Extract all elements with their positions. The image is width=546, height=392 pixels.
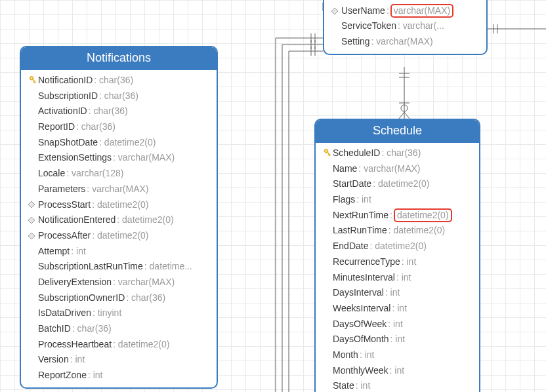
column-name: ProcessAfter	[38, 229, 91, 243]
column-type: : int	[390, 364, 405, 378]
column-name: StartDate	[333, 177, 371, 191]
column-row[interactable]: SubscriptionLastRunTime: datetime...	[21, 259, 217, 275]
column-row[interactable]: StartDate: datetime2(0)	[316, 176, 479, 192]
column-name: IsDataDriven	[38, 306, 91, 321]
svg-line-6	[404, 112, 410, 119]
column-row[interactable]: ExtensionSettings: varchar(MAX)	[21, 150, 217, 166]
entity-header: Schedule	[316, 120, 479, 143]
column-name: Attempt	[38, 245, 70, 259]
column-row[interactable]: LastRunTime: datetime2(0)	[316, 223, 479, 239]
entity-columns: NotificationID: char(36)SubscriptionID: …	[21, 70, 217, 387]
column-row[interactable]: UserName:varchar(MAX)	[324, 3, 486, 19]
column-type: : varchar(128)	[66, 167, 123, 181]
svg-point-4	[401, 105, 408, 111]
column-type: : char(36)	[126, 291, 165, 305]
column-name: DaysOfWeek	[333, 317, 387, 332]
column-name: WeeksInterval	[333, 302, 390, 316]
column-type: : int	[388, 317, 403, 332]
column-row[interactable]: SnapShotDate: datetime2(0)	[21, 135, 217, 151]
column-row[interactable]: Parameters: varchar(MAX)	[21, 182, 217, 197]
column-row[interactable]: DeliveryExtension: varchar(MAX)	[21, 275, 217, 290]
column-type: : char(36)	[99, 89, 138, 104]
column-name: BatchID	[38, 322, 71, 336]
key-icon	[26, 75, 37, 86]
column-row[interactable]: EndDate: datetime2(0)	[316, 239, 479, 254]
column-row[interactable]: NotificationEntered: datetime2(0)	[21, 212, 217, 228]
column-type: : datetime2(0)	[388, 224, 445, 238]
column-name: SubscriptionLastRunTime	[38, 260, 143, 274]
column-row[interactable]: Version: int	[21, 352, 217, 368]
column-name: ReportZone	[38, 368, 87, 383]
diamond-icon	[329, 0, 340, 1]
column-row[interactable]: ProcessAfter: datetime2(0)	[21, 228, 217, 244]
column-name: Name	[333, 162, 357, 176]
column-name: MinutesInterval	[333, 271, 395, 285]
column-row[interactable]: NotificationID: char(36)	[21, 73, 217, 88]
column-name: SubscriptionOwnerID	[38, 291, 125, 305]
column-name: ScheduleID	[333, 146, 380, 161]
column-type: : int	[392, 302, 407, 316]
column-type: : datetime2(0)	[113, 338, 169, 352]
entity-top-partial[interactable]: AuthType: intUserName:varchar(MAX)Servic…	[323, 0, 488, 55]
column-type: : datetime2(0)	[92, 229, 148, 243]
column-row[interactable]: SubscriptionOwnerID: char(36)	[21, 290, 217, 306]
column-type: : datetime2(0)	[99, 136, 156, 150]
column-type: : int	[356, 379, 371, 392]
diamond-icon	[26, 231, 37, 241]
svg-marker-31	[28, 217, 35, 224]
diamond-icon	[329, 6, 340, 16]
column-row[interactable]: ReportID: char(36)	[21, 119, 217, 135]
column-row[interactable]: ActivationID: char(36)	[21, 104, 217, 119]
svg-marker-24	[331, 8, 338, 14]
column-row[interactable]: SubscriptionID: char(36)	[21, 88, 217, 104]
column-type: : int	[70, 353, 85, 367]
column-name: NotificationID	[38, 73, 93, 88]
column-name: NextRunTime	[333, 208, 388, 223]
column-row[interactable]: WeeksInterval: int	[316, 301, 479, 317]
column-row[interactable]: ReportZone: int	[21, 368, 217, 383]
column-type: : int	[390, 332, 406, 347]
diamond-icon	[25, 199, 38, 210]
column-row[interactable]: Flags: int	[316, 192, 479, 208]
column-row[interactable]: Locale: varchar(128)	[21, 166, 217, 182]
column-type: : int	[360, 348, 375, 363]
column-name: RecurrenceType	[333, 255, 400, 269]
highlighted-type: datetime2(0)	[394, 208, 452, 223]
column-row[interactable]: MonthlyWeek: int	[316, 363, 479, 379]
entity-schedule[interactable]: Schedule ScheduleID: char(36)Name: varch…	[314, 119, 480, 392]
column-row[interactable]: DaysOfWeek: int	[316, 317, 479, 332]
column-name: NotificationEntered	[38, 213, 116, 227]
column-row[interactable]: MinutesInterval: int	[316, 270, 479, 286]
column-row[interactable]: Name: varchar(MAX)	[316, 161, 479, 177]
column-name: ActivationID	[38, 104, 87, 119]
column-name: UserName	[341, 4, 385, 18]
column-row[interactable]: RecurrenceType: int	[316, 254, 479, 270]
column-row[interactable]: ProcessHeartbeat: datetime2(0)	[21, 337, 217, 353]
column-type: : int	[88, 368, 103, 383]
column-name: MonthlyWeek	[333, 364, 388, 378]
column-row[interactable]: ScheduleID: char(36)	[316, 146, 479, 161]
column-type: : datetime2(0)	[117, 213, 173, 227]
column-type: : datetime2(0)	[92, 198, 148, 212]
column-row[interactable]: ProcessStart: datetime2(0)	[21, 197, 217, 213]
column-type: : int	[385, 286, 400, 300]
diamond-icon	[26, 215, 37, 225]
column-type: : char(36)	[94, 73, 133, 88]
column-name: AuthType	[341, 0, 380, 3]
column-row[interactable]: Attempt: int	[21, 244, 217, 260]
column-type: : char(36)	[89, 104, 128, 119]
column-row[interactable]: State: int	[316, 378, 479, 392]
column-row[interactable]: IsDataDriven: tinyint	[21, 305, 217, 321]
column-row[interactable]: NextRunTime:datetime2(0)	[316, 208, 479, 224]
column-type: : varchar(MAX)	[358, 162, 420, 176]
column-row[interactable]: DaysOfMonth: int	[316, 332, 479, 347]
column-type: : varchar(MAX)	[113, 275, 175, 290]
entity-notifications[interactable]: Notifications NotificationID: char(36)Su…	[20, 46, 218, 389]
column-row[interactable]: Setting: varchar(MAX)	[324, 34, 486, 50]
column-row[interactable]: Month: int	[316, 347, 479, 363]
column-name: Parameters	[38, 182, 85, 197]
column-row[interactable]: ServiceToken: varchar(...	[324, 18, 486, 34]
column-row[interactable]: BatchID: char(36)	[21, 321, 217, 337]
column-name: Month	[333, 348, 358, 363]
column-row[interactable]: DaysInterval: int	[316, 285, 479, 301]
